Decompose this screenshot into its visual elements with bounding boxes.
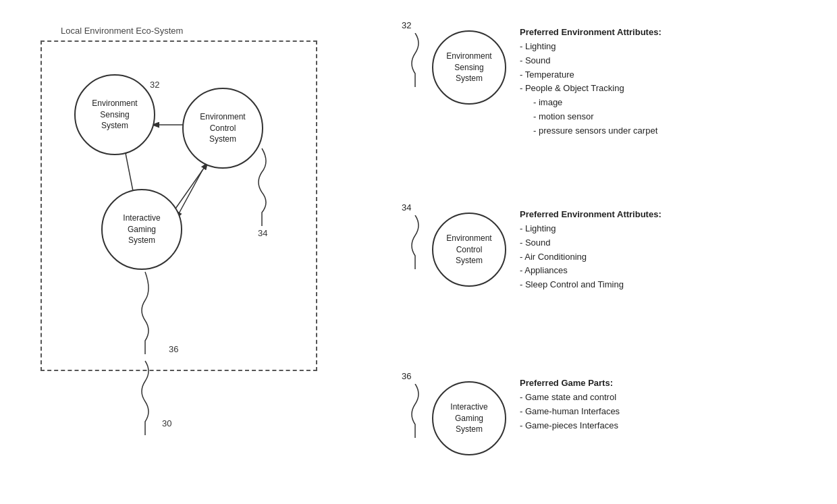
detail-item-32-1: - Lighting (520, 40, 662, 54)
num-32-left: 32 (150, 80, 159, 90)
gaming-circle-left: InteractiveGamingSystem (101, 189, 182, 270)
detail-circle-34: EnvironmentControlSystem (432, 213, 506, 287)
detail-row-36: 36 InteractiveGamingSystem Preferred Gam… (398, 371, 620, 455)
detail-item-36-2: - Game-human Interfaces (520, 405, 620, 419)
detail-text-32: Preferred Environment Attributes: - Ligh… (520, 27, 662, 138)
squiggle-34 (398, 215, 432, 269)
env-control-circle: EnvironmentControlSystem (182, 88, 263, 169)
num-30-left: 30 (162, 418, 171, 428)
detail-num-36: 36 (402, 371, 411, 381)
detail-title-32: Preferred Environment Attributes: (520, 27, 662, 37)
detail-circle-34-label: EnvironmentControlSystem (446, 233, 491, 267)
detail-item-34-1: - Lighting (520, 222, 662, 236)
num-36-left: 36 (169, 344, 178, 354)
detail-circle-36: InteractiveGamingSystem (432, 381, 506, 455)
eco-system-label: Local Environment Eco-System (61, 26, 183, 36)
detail-item-32-4: - People & Object Tracking (520, 82, 662, 96)
detail-item-36-1: - Game state and control (520, 391, 620, 405)
num-34-left: 34 (258, 228, 267, 238)
detail-item-32-2: - Sound (520, 54, 662, 68)
detail-text-36: Preferred Game Parts: - Game state and c… (520, 378, 620, 432)
detail-num-34: 34 (402, 202, 411, 213)
squiggle-36 (398, 384, 432, 438)
diagram-area: Local Environment Eco-System (20, 20, 351, 452)
detail-row-34: 34 EnvironmentControlSystem Preferred En… (398, 202, 662, 292)
squiggle-32 (398, 33, 432, 87)
detail-title-34: Preferred Environment Attributes: (520, 209, 662, 219)
env-sensing-label: EnvironmentSensingSystem (92, 98, 137, 132)
detail-circle-32-label: EnvironmentSensingSystem (446, 51, 491, 84)
detail-panel: 32 EnvironmentSensingSystem Preferred En… (398, 13, 824, 486)
detail-item-34-3: - Air Conditioning (520, 250, 662, 264)
detail-circle-32: EnvironmentSensingSystem (432, 30, 506, 105)
detail-title-36: Preferred Game Parts: (520, 378, 620, 388)
detail-item-32-4c: - pressure sensors under carpet (533, 124, 662, 138)
detail-num-32: 32 (402, 20, 411, 30)
detail-row-32: 32 EnvironmentSensingSystem Preferred En… (398, 20, 662, 138)
detail-item-32-4a: - image (533, 96, 662, 110)
env-sensing-circle: EnvironmentSensingSystem (74, 74, 155, 155)
env-control-label: EnvironmentControlSystem (200, 111, 245, 145)
detail-text-34: Preferred Environment Attributes: - Ligh… (520, 209, 662, 292)
detail-circle-36-label: InteractiveGamingSystem (450, 401, 487, 435)
detail-item-34-4: - Appliances (520, 264, 662, 278)
detail-item-36-3: - Game-pieces Interfaces (520, 419, 620, 433)
detail-item-32-3: - Temperature (520, 68, 662, 82)
gaming-label-left: InteractiveGamingSystem (123, 213, 160, 246)
detail-item-34-2: - Sound (520, 236, 662, 250)
detail-item-32-4b: - motion sensor (533, 110, 662, 124)
detail-item-34-5: - Sleep Control and Timing (520, 278, 662, 292)
